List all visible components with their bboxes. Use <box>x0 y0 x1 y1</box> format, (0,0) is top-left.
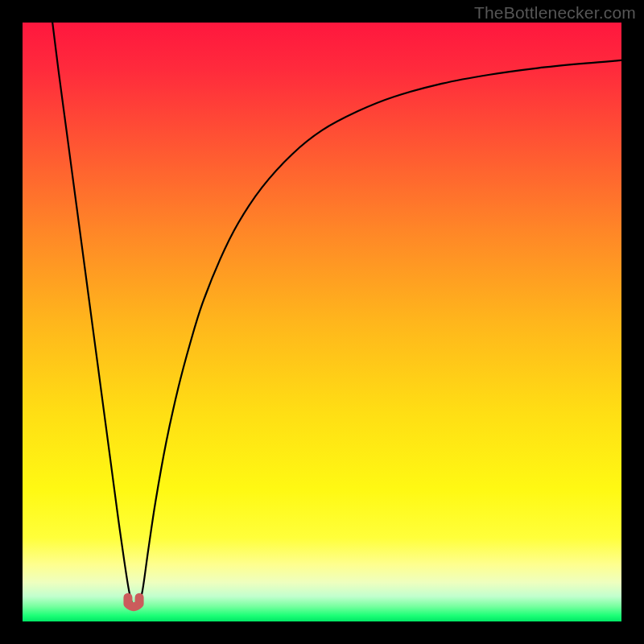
plot-area <box>23 23 621 621</box>
watermark-text: TheBottlenecker.com <box>474 3 636 23</box>
optimal-point-marker <box>128 597 139 606</box>
curve-layer <box>23 23 621 621</box>
chart-frame: TheBottlenecker.com <box>0 0 644 644</box>
bottleneck-curve <box>52 23 621 609</box>
